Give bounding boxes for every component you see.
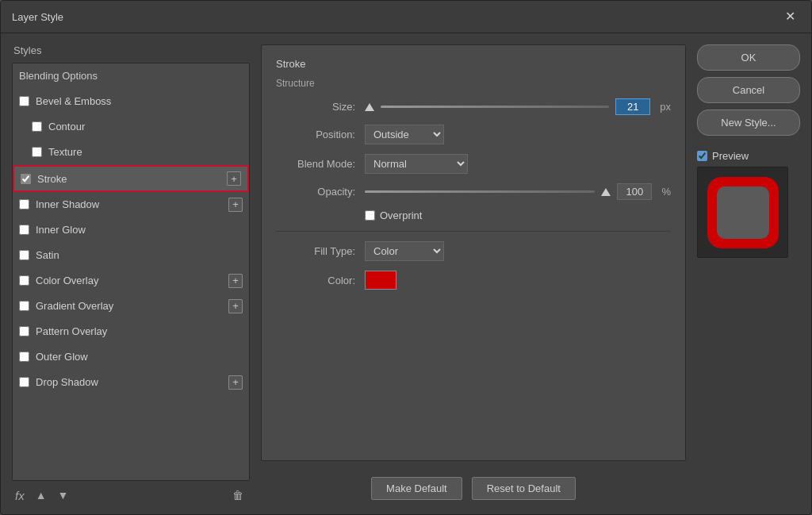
overprint-checkbox[interactable] [365,210,375,221]
blend-mode-label: Blend Mode: [276,158,355,170]
reset-to-default-button[interactable]: Reset to Default [472,477,576,500]
sidebar-item-texture[interactable]: Texture [13,140,249,165]
fill-type-label: Fill Type: [276,245,355,257]
opacity-label: Opacity: [276,186,355,198]
sidebar-item-drop-shadow[interactable]: Drop Shadow + [13,370,249,395]
color-row: Color: [276,271,671,290]
sidebar: Blending Options Bevel & Emboss Contour … [12,63,250,481]
divider [276,231,671,232]
sidebar-item-outer-glow[interactable]: Outer Glow [13,344,249,370]
sidebar-item-blending-options[interactable]: Blending Options [13,63,249,89]
move-up-button[interactable]: ▲ [33,487,50,503]
bottom-toolbar: fx ▲ ▼ 🗑 [12,481,250,503]
subsection-title: Structure [276,78,671,89]
title-bar: Layer Style ✕ [1,1,811,33]
sidebar-item-pattern-overlay[interactable]: Pattern Overlay [13,319,249,344]
make-default-button[interactable]: Make Default [371,477,462,500]
sidebar-item-gradient-overlay[interactable]: Gradient Overlay + [13,294,249,319]
drop-shadow-checkbox[interactable] [19,377,29,387]
drop-shadow-plus-button[interactable]: + [228,375,243,390]
inner-shadow-plus-button[interactable]: + [228,198,243,212]
fill-type-row: Fill Type: Color Gradient Pattern [276,241,671,261]
sidebar-item-bevel-emboss[interactable]: Bevel & Emboss [13,89,249,114]
new-style-button[interactable]: New Style... [697,110,800,136]
preview-section: Preview [697,150,800,258]
size-slider-track[interactable] [381,106,609,108]
sidebar-item-satin[interactable]: Satin [13,243,249,268]
close-button[interactable]: ✕ [780,9,800,25]
stroke-plus-button[interactable]: + [227,171,241,186]
position-row: Position: Inside Center Outside [276,125,671,144]
bottom-buttons: Make Default Reset to Default [261,469,686,503]
preview-inner [707,177,779,248]
texture-checkbox[interactable] [32,147,42,157]
fx-label: fx [15,489,25,502]
pattern-overlay-checkbox[interactable] [19,326,29,336]
blend-mode-select[interactable]: Normal Multiply Screen Overlay Darken Li… [365,154,468,174]
content-area: Stroke Structure Size: px Position: [261,44,686,461]
overprint-label: Overprint [380,209,422,221]
preview-label: Preview [712,150,749,162]
ok-button[interactable]: OK [697,44,800,71]
sidebar-item-inner-glow[interactable]: Inner Glow [13,217,249,243]
contour-checkbox[interactable] [32,121,42,132]
dialog-body: Styles Blending Options Bevel & Emboss C… [1,33,811,514]
opacity-input[interactable] [617,183,652,200]
preview-label-row: Preview [697,150,749,162]
gradient-overlay-plus-button[interactable]: + [228,299,243,313]
opacity-slider-thumb [601,188,611,196]
blend-mode-row: Blend Mode: Normal Multiply Screen Overl… [276,154,671,174]
opacity-slider-container: % [365,183,671,200]
move-down-button[interactable]: ▼ [55,487,72,503]
gradient-overlay-checkbox[interactable] [19,301,29,311]
color-label: Color: [276,275,355,286]
dialog-title: Layer Style [12,11,63,23]
color-overlay-checkbox[interactable] [19,275,29,286]
size-slider-container: px [365,98,671,115]
satin-checkbox[interactable] [19,250,29,260]
center-panel: Stroke Structure Size: px Position: [261,44,686,503]
section-title: Stroke [276,58,671,70]
opacity-unit: % [661,186,671,198]
size-label: Size: [276,101,355,113]
left-panel: Styles Blending Options Bevel & Emboss C… [12,44,250,503]
preview-box [697,167,788,258]
preview-shape-inner [717,186,769,239]
position-select[interactable]: Inside Center Outside [365,125,444,144]
sidebar-item-inner-shadow[interactable]: Inner Shadow + [13,192,249,217]
outer-glow-checkbox[interactable] [19,352,29,362]
right-panel: OK Cancel New Style... Preview [697,44,800,503]
position-label: Position: [276,129,355,140]
delete-button[interactable]: 🗑 [229,487,247,503]
sidebar-item-stroke[interactable]: Stroke + [13,165,249,192]
bevel-emboss-checkbox[interactable] [19,96,29,106]
opacity-row: Opacity: % [276,183,671,200]
size-row: Size: px [276,98,671,115]
size-slider-thumb [365,103,374,111]
overprint-row: Overprint [365,209,671,221]
fill-type-select[interactable]: Color Gradient Pattern [365,241,444,261]
inner-glow-checkbox[interactable] [19,225,29,235]
stroke-checkbox[interactable] [21,174,31,184]
opacity-slider-track[interactable] [365,190,595,193]
size-input[interactable] [615,98,650,115]
color-swatch[interactable] [365,271,396,290]
inner-shadow-checkbox[interactable] [19,199,29,209]
preview-checkbox[interactable] [697,151,707,161]
size-unit: px [660,101,671,113]
cancel-button[interactable]: Cancel [697,77,800,103]
color-overlay-plus-button[interactable]: + [228,274,243,288]
styles-header: Styles [12,44,250,56]
sidebar-item-color-overlay[interactable]: Color Overlay + [13,268,249,294]
layer-style-dialog: Layer Style ✕ Styles Blending Options Be… [0,0,812,515]
sidebar-item-contour[interactable]: Contour [13,114,249,140]
